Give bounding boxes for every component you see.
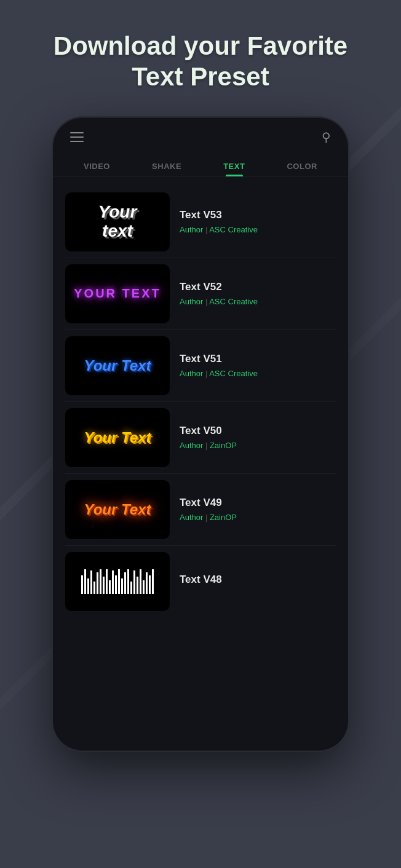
preset-author-v51: Author | ASC Creative — [180, 369, 336, 378]
tab-color[interactable]: COLOR — [279, 157, 324, 176]
preset-author-v49: Author | ZainOP — [180, 513, 336, 522]
preset-author-v53: Author | ASC Creative — [180, 225, 336, 234]
tab-text[interactable]: TEXT — [216, 157, 252, 176]
thumbnail-v48 — [65, 552, 170, 611]
thumbnail-text-v49: Your Text — [84, 501, 151, 518]
preset-item-v48[interactable]: Text V48 — [63, 546, 338, 617]
preset-item-v52[interactable]: YOUR TEXT Text V52 Author | ASC Creative — [63, 258, 338, 329]
preset-name-v52: Text V52 — [180, 281, 336, 293]
thumbnail-text-v51: Your Text — [84, 357, 151, 374]
menu-button[interactable] — [70, 132, 84, 142]
preset-author-v50: Author | ZainOP — [180, 441, 336, 450]
page-header: Download your Favorite Text Preset — [0, 0, 401, 117]
top-bar: ⚲ — [53, 117, 348, 152]
preset-name-v49: Text V49 — [180, 497, 336, 509]
thumbnail-v52: YOUR TEXT — [65, 264, 170, 323]
preset-info-v50: Text V50 Author | ZainOP — [180, 425, 336, 450]
preset-author-v52: Author | ASC Creative — [180, 297, 336, 306]
search-icon[interactable]: ⚲ — [322, 130, 331, 144]
phone-frame: ⚲ VIDEO SHAKE TEXT COLOR Yourtext Text V… — [53, 117, 348, 751]
thumbnail-v50: Your Text — [65, 408, 170, 467]
preset-name-v50: Text V50 — [180, 425, 336, 437]
preset-info-v52: Text V52 Author | ASC Creative — [180, 281, 336, 306]
thumbnail-v51: Your Text — [65, 336, 170, 395]
preset-item-v53[interactable]: Yourtext Text V53 Author | ASC Creative — [63, 186, 338, 258]
preset-item-v50[interactable]: Your Text Text V50 Author | ZainOP — [63, 402, 338, 473]
preset-item-v49[interactable]: Your Text Text V49 Author | ZainOP — [63, 474, 338, 545]
preset-list: Yourtext Text V53 Author | ASC Creative … — [53, 176, 348, 617]
thumbnail-text-v52: YOUR TEXT — [74, 286, 161, 301]
thumbnail-v53: Yourtext — [65, 192, 170, 251]
page-title: Download your Favorite Text Preset — [37, 31, 364, 93]
preset-item-v51[interactable]: Your Text Text V51 Author | ASC Creative — [63, 330, 338, 401]
preset-name-v51: Text V51 — [180, 353, 336, 365]
tab-video[interactable]: VIDEO — [76, 157, 117, 176]
thumbnail-text-v50: Your Text — [84, 429, 151, 446]
preset-info-v49: Text V49 Author | ZainOP — [180, 497, 336, 522]
barcode-visual — [81, 569, 154, 594]
preset-info-v48: Text V48 — [180, 574, 336, 590]
tab-bar: VIDEO SHAKE TEXT COLOR — [53, 152, 348, 176]
thumbnail-v49: Your Text — [65, 480, 170, 539]
preset-info-v53: Text V53 Author | ASC Creative — [180, 209, 336, 234]
preset-name-v48: Text V48 — [180, 574, 336, 586]
tab-shake[interactable]: SHAKE — [145, 157, 189, 176]
preset-info-v51: Text V51 Author | ASC Creative — [180, 353, 336, 378]
preset-name-v53: Text V53 — [180, 209, 336, 221]
thumbnail-text-v53: Yourtext — [98, 203, 137, 241]
